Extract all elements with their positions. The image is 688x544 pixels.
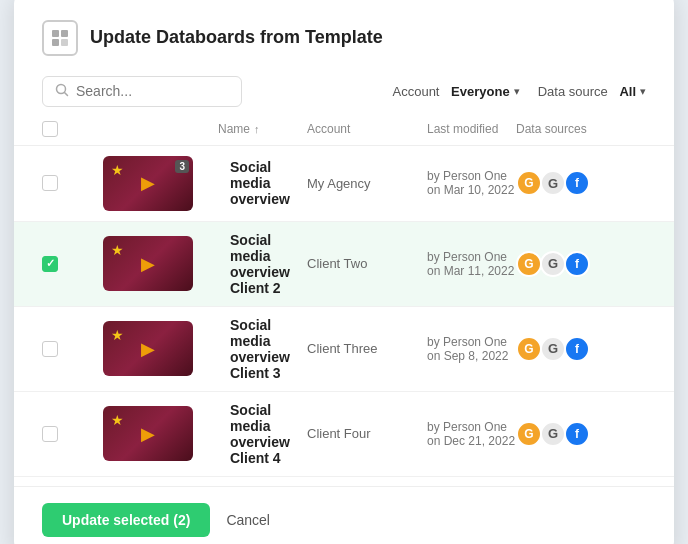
datasource-filter[interactable]: Data source All ▾ [538, 84, 646, 99]
row-name-4: Social media overview Client 4 [218, 402, 307, 466]
svg-line-5 [65, 92, 68, 95]
table-row: ★ ▶ Social media overview Client 2 Clien… [14, 222, 674, 307]
table-body-wrapper: ★ ▶ 3 Social media overview My Agency by… [14, 146, 674, 486]
svg-rect-2 [52, 39, 59, 46]
col-modified: Last modified [427, 122, 516, 136]
row-sources-1: G G f [516, 170, 646, 196]
thumbnail: ★ ▶ [103, 236, 193, 291]
row-modified-1: by Person One on Mar 10, 2022 [427, 169, 516, 197]
datasource-icon-google: G [516, 251, 542, 277]
toolbar: Account Everyone ▾ Data source All ▾ [14, 76, 674, 121]
svg-rect-0 [52, 30, 59, 37]
badge-count: 3 [175, 160, 189, 173]
row-name-1: Social media overview [218, 159, 307, 207]
datasource-icon-circle: G [540, 336, 566, 362]
play-icon: ▶ [141, 338, 155, 360]
account-filter-value: Everyone [451, 84, 510, 99]
row-thumbnail-3: ★ ▶ [78, 321, 218, 376]
col-account: Account [307, 122, 427, 136]
datasource-icon-google: G [516, 170, 542, 196]
star-icon: ★ [111, 327, 124, 343]
datasource-icon-facebook: f [564, 336, 590, 362]
datasource-icon-circle: G [540, 251, 566, 277]
row-checkbox-cell [42, 175, 78, 191]
row-account-2: Client Two [307, 256, 427, 271]
row-modified-2: by Person One on Mar 11, 2022 [427, 250, 516, 278]
search-input[interactable] [76, 83, 229, 99]
thumbnail: ★ ▶ [103, 406, 193, 461]
datasource-icon-google: G [516, 421, 542, 447]
row-name-2: Social media overview Client 2 [218, 232, 307, 296]
row-checkbox-cell [42, 256, 78, 272]
row-account-1: My Agency [307, 176, 427, 191]
svg-rect-1 [61, 30, 68, 37]
table-row: ★ ▶ 8 Social media overview Client 5 Cli… [14, 477, 674, 486]
account-chevron-icon: ▾ [514, 85, 520, 98]
row-modified-3: by Person One on Sep 8, 2022 [427, 335, 516, 363]
datasource-icon-circle: G [540, 170, 566, 196]
row-thumbnail-1: ★ ▶ 3 [78, 156, 218, 211]
datasource-icon-circle: G [540, 421, 566, 447]
row-modified-4: by Person One on Dec 21, 2022 [427, 420, 516, 448]
table-row: ★ ▶ Social media overview Client 3 Clien… [14, 307, 674, 392]
row-name-3: Social media overview Client 3 [218, 317, 307, 381]
row-account-4: Client Four [307, 426, 427, 441]
modal: Update Databoards from Template Account … [14, 0, 674, 544]
datasource-icon-google: G [516, 336, 542, 362]
sort-icon: ↑ [254, 123, 260, 135]
filters: Account Everyone ▾ Data source All ▾ [393, 84, 647, 99]
row-checkbox-cell [42, 426, 78, 442]
cancel-button[interactable]: Cancel [226, 512, 270, 528]
svg-rect-3 [61, 39, 68, 46]
play-icon: ▶ [141, 423, 155, 445]
datasource-icon-facebook: f [564, 170, 590, 196]
account-filter[interactable]: Account Everyone ▾ [393, 84, 520, 99]
modal-footer: Update selected (2) Cancel [14, 486, 674, 545]
star-icon: ★ [111, 242, 124, 258]
datasource-filter-label: Data source [538, 84, 608, 99]
thumbnail: ★ ▶ [103, 321, 193, 376]
search-icon [55, 83, 69, 100]
search-box[interactable] [42, 76, 242, 107]
row-thumbnail-2: ★ ▶ [78, 236, 218, 291]
col-name: Name ↑ [218, 122, 307, 136]
datasource-chevron-icon: ▾ [640, 85, 646, 98]
datasource-filter-value: All [619, 84, 636, 99]
datasource-icon-facebook: f [564, 251, 590, 277]
row-sources-3: G G f [516, 336, 646, 362]
row-account-3: Client Three [307, 341, 427, 356]
row-checkbox-1[interactable] [42, 175, 58, 191]
modal-header: Update Databoards from Template [14, 20, 674, 76]
row-sources-2: G G f [516, 251, 646, 277]
row-checkbox-4[interactable] [42, 426, 58, 442]
row-thumbnail-4: ★ ▶ [78, 406, 218, 461]
col-sources: Data sources [516, 122, 646, 136]
table-row: ★ ▶ 3 Social media overview My Agency by… [14, 146, 674, 222]
star-icon: ★ [111, 412, 124, 428]
play-icon: ▶ [141, 253, 155, 275]
table-row: ★ ▶ Social media overview Client 4 Clien… [14, 392, 674, 477]
update-selected-button[interactable]: Update selected (2) [42, 503, 210, 537]
row-checkbox-3[interactable] [42, 341, 58, 357]
row-sources-4: G G f [516, 421, 646, 447]
play-icon: ▶ [141, 172, 155, 194]
row-checkbox-2[interactable] [42, 256, 58, 272]
table-body: ★ ▶ 3 Social media overview My Agency by… [14, 146, 674, 486]
thumbnail: ★ ▶ 3 [103, 156, 193, 211]
datasource-icon-facebook: f [564, 421, 590, 447]
modal-icon [42, 20, 78, 56]
star-icon: ★ [111, 162, 124, 178]
select-all-checkbox[interactable] [42, 121, 58, 137]
modal-title: Update Databoards from Template [90, 27, 383, 48]
account-filter-label: Account [393, 84, 440, 99]
table-header: Name ↑ Account Last modified Data source… [14, 121, 674, 146]
row-checkbox-cell [42, 341, 78, 357]
